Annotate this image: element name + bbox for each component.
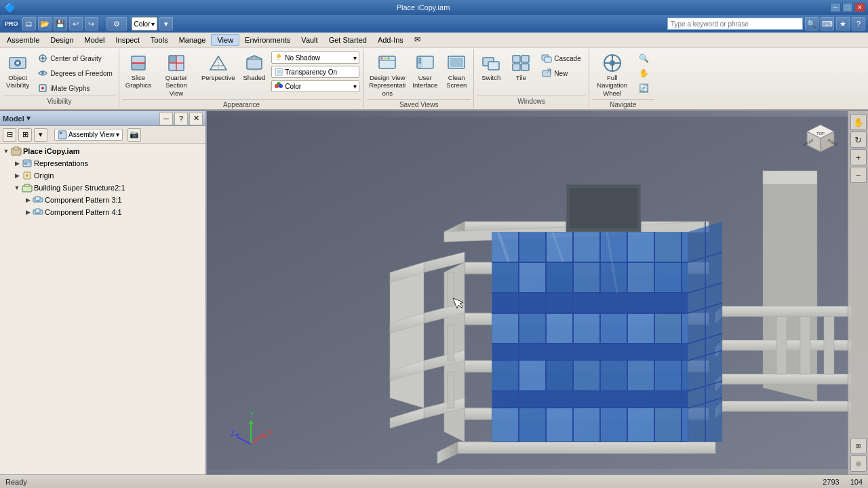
maximize-button[interactable]: □: [842, 3, 853, 12]
svg-text:Z: Z: [231, 430, 235, 437]
main-area: Model ▾ ─ ? ✕ ⊟ ⊞ ▾ Assembly View ▾ 📷: [0, 111, 868, 474]
menu-addins[interactable]: Add-Ins: [372, 35, 409, 45]
building-expand-icon[interactable]: ▼: [12, 183, 22, 192]
favorites-button[interactable]: ★: [836, 17, 850, 30]
design-view-button[interactable]: Design ViewRepresentations: [367, 50, 408, 99]
color-dropdown[interactable]: Color ▾: [132, 17, 158, 30]
object-visibility-button[interactable]: ObjectVisibility: [3, 50, 33, 92]
origin-expand-icon[interactable]: ▶: [12, 171, 22, 180]
close-button[interactable]: ✕: [854, 3, 865, 12]
pattern3-expand-icon[interactable]: ▶: [23, 195, 33, 205]
user-interface-button[interactable]: UserInterface: [409, 50, 441, 92]
menu-tools[interactable]: Tools: [145, 35, 174, 45]
search-input[interactable]: [667, 18, 803, 30]
tree-item-origin[interactable]: ▶ Origin: [0, 169, 205, 182]
menu-get-started[interactable]: Get Started: [323, 35, 372, 45]
camera-button[interactable]: 📷: [127, 128, 141, 142]
rotate-right-button[interactable]: ↻: [850, 131, 867, 148]
shaded-button[interactable]: Shaded: [240, 50, 269, 83]
menubar: Assemble Design Model Inspect Tools Mana…: [0, 33, 868, 47]
tile-button[interactable]: Tile: [507, 50, 535, 83]
tree-item-building[interactable]: ▼ Building Super Structure2:1: [0, 182, 205, 194]
look-at-button[interactable]: ◎: [850, 455, 867, 472]
svg-rect-145: [655, 314, 681, 343]
model-panel-dropdown-icon[interactable]: ▾: [26, 114, 31, 123]
search-icon[interactable]: 🔍: [805, 17, 818, 30]
titlebar-title: Place iCopy.iam: [16, 3, 830, 12]
filter-button[interactable]: ⊟: [3, 128, 16, 142]
svg-rect-128: [655, 232, 681, 262]
assembly-view-dropdown[interactable]: Assembly View ▾: [54, 129, 123, 141]
assembly-view-icon: [58, 130, 67, 140]
fit-all-button[interactable]: ⊠: [850, 438, 867, 454]
orbit-button[interactable]: 🔄: [635, 81, 653, 95]
minimize-button[interactable]: ─: [830, 3, 841, 12]
arrange-button[interactable]: ⊞: [18, 128, 32, 142]
undo-button[interactable]: ↩: [69, 17, 83, 30]
color-mode-dropdown[interactable]: Color ▾: [271, 80, 359, 92]
zoom-button[interactable]: 🔍: [635, 52, 653, 65]
settings-button[interactable]: ⚙: [106, 17, 127, 30]
full-navigation-wheel-button[interactable]: Full NavigationWheel: [592, 50, 633, 99]
representations-icon: [22, 158, 33, 169]
pattern4-expand-icon[interactable]: ▶: [23, 207, 33, 217]
tree-item-root[interactable]: ▼ Place iCopy.iam: [0, 145, 205, 157]
slice-graphics-button[interactable]: SliceGraphics: [122, 50, 155, 92]
svg-point-27: [279, 84, 283, 88]
panel-minimize-button[interactable]: ─: [159, 112, 173, 125]
pan-right-button[interactable]: ✋: [850, 114, 867, 130]
svg-marker-203: [235, 433, 239, 437]
cascade-button[interactable]: Cascade: [538, 52, 584, 65]
imate-glyphs-button[interactable]: iMate Glyphs: [34, 81, 116, 95]
qat-arrow-button[interactable]: ▾: [159, 17, 173, 30]
panel-close-button[interactable]: ✕: [189, 112, 203, 125]
imate-glyphs-label: iMate Glyphs: [50, 85, 90, 92]
titlebar-left: 🔷: [3, 1, 16, 14]
root-expand-icon[interactable]: ▼: [1, 146, 11, 156]
pattern3-icon: [33, 195, 43, 205]
save-button[interactable]: 💾: [54, 17, 67, 30]
tree-item-pattern3[interactable]: ▶ Component Pattern 3:1: [0, 194, 205, 206]
no-shadow-dropdown[interactable]: No Shadow ▾: [271, 52, 359, 64]
transparency-dropdown[interactable]: Transparency On: [271, 66, 359, 78]
svg-rect-137: [682, 263, 688, 292]
help-button[interactable]: ?: [852, 17, 865, 30]
switch-label: Switch: [481, 74, 500, 81]
svg-rect-123: [519, 232, 545, 262]
shortcut-button[interactable]: ⌨: [821, 17, 834, 30]
new-file-button[interactable]: 🗂: [22, 17, 36, 30]
menu-manage[interactable]: Manage: [174, 35, 212, 45]
redo-button[interactable]: ↪: [85, 17, 98, 30]
menu-vault[interactable]: Vault: [296, 35, 323, 45]
zoom-out-right-button[interactable]: −: [850, 167, 867, 183]
new-window-button[interactable]: New: [538, 66, 584, 80]
perspective-button[interactable]: Perspective: [198, 50, 239, 83]
quarter-section-icon: [165, 52, 187, 74]
center-of-gravity-button[interactable]: Center of Gravity: [34, 52, 116, 65]
menu-inspect[interactable]: Inspect: [111, 35, 145, 45]
menu-mail[interactable]: ✉: [409, 34, 426, 45]
slice-graphics-icon: [127, 52, 149, 74]
switch-button[interactable]: Switch: [477, 50, 505, 83]
open-file-button[interactable]: 📂: [38, 17, 52, 30]
menu-assemble[interactable]: Assemble: [1, 35, 45, 45]
zoom-in-right-button[interactable]: +: [850, 149, 867, 165]
representations-expand-icon[interactable]: ▶: [12, 159, 22, 168]
menu-view[interactable]: View: [211, 34, 239, 46]
menu-design[interactable]: Design: [45, 35, 79, 45]
degrees-freedom-button[interactable]: Degrees of Freedom: [34, 66, 116, 80]
view-cube[interactable]: TOP FRONT RIGHT: [800, 118, 841, 159]
panel-question-button[interactable]: ?: [174, 112, 188, 125]
tree-item-representations[interactable]: ▶ Representations: [0, 157, 205, 169]
app-icon[interactable]: 🔷: [3, 1, 16, 14]
tree-item-pattern4[interactable]: ▶ Component Pattern 4:1: [0, 206, 205, 218]
ribbon-group-appearance: SliceGraphics Quarter SectionView Perspe…: [119, 49, 364, 108]
quarter-section-view-button[interactable]: Quarter SectionView: [156, 50, 197, 99]
menu-environments[interactable]: Environments: [239, 35, 296, 45]
view-options-button[interactable]: ▾: [34, 128, 47, 142]
viewport[interactable]: TOP FRONT RIGHT X Y Z ✋ ↻ +: [207, 111, 868, 474]
menu-model[interactable]: Model: [79, 35, 111, 45]
pan-button[interactable]: ✋: [635, 66, 653, 80]
origin-icon: [22, 170, 33, 181]
clean-screen-button[interactable]: CleanScreen: [442, 50, 471, 92]
